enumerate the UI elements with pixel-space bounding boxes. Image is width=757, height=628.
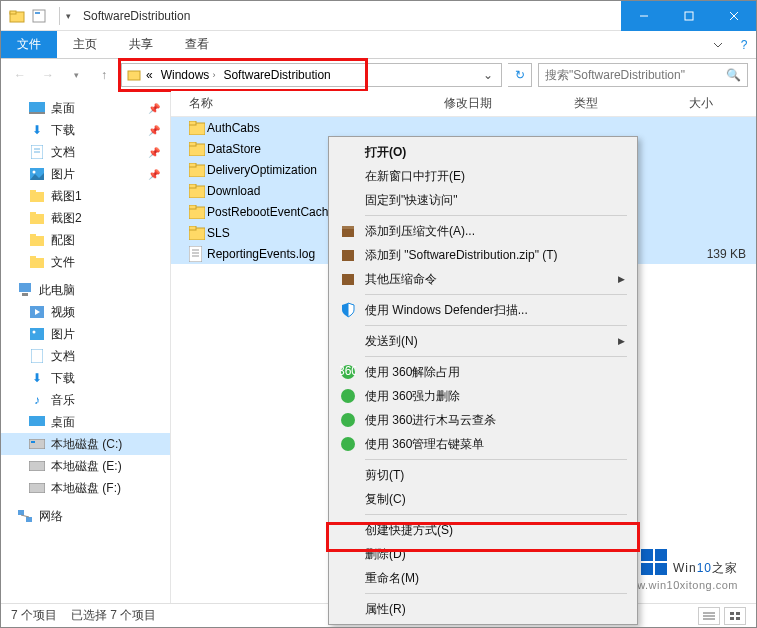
nav-quick-documents[interactable]: 文档📌: [1, 141, 170, 163]
ctx-defender-scan[interactable]: 使用 Windows Defender扫描...: [331, 298, 635, 322]
ctx-other-archive[interactable]: 其他压缩命令: [331, 267, 635, 291]
nav-quick-pictures[interactable]: 图片📌: [1, 163, 170, 185]
folder-icon: [189, 184, 207, 198]
ctx-add-archive[interactable]: 添加到压缩文件(A)...: [331, 219, 635, 243]
nav-pc-drive-e[interactable]: 本地磁盘 (E:): [1, 455, 170, 477]
svg-rect-71: [736, 612, 740, 615]
window-title: SoftwareDistribution: [83, 9, 190, 23]
ctx-open[interactable]: 打开(O): [331, 140, 635, 164]
nav-recent-button[interactable]: ▾: [65, 64, 87, 86]
desktop-icon: [29, 414, 45, 430]
360-icon: [339, 411, 357, 429]
ctx-add-archive-name[interactable]: 添加到 "SoftwareDistribution.zip" (T): [331, 243, 635, 267]
qat-props-icon[interactable]: [31, 8, 47, 24]
col-name[interactable]: 名称: [189, 95, 444, 112]
nav-quick-screenshot2[interactable]: 截图2: [1, 207, 170, 229]
nav-pc-music[interactable]: ♪音乐: [1, 389, 170, 411]
ctx-send-to[interactable]: 发送到(N): [331, 329, 635, 353]
svg-rect-17: [30, 190, 36, 193]
ribbon-expand-button[interactable]: [704, 31, 732, 58]
nav-pc-downloads[interactable]: ⬇下载: [1, 367, 170, 389]
svg-rect-16: [30, 192, 44, 202]
nav-pc-drive-c[interactable]: 本地磁盘 (C:): [1, 433, 170, 455]
svg-rect-39: [189, 121, 196, 125]
ctx-cut[interactable]: 剪切(T): [331, 463, 635, 487]
nav-pc-videos[interactable]: 视频: [1, 301, 170, 323]
tab-file[interactable]: 文件: [1, 31, 57, 58]
ctx-rename[interactable]: 重命名(M): [331, 566, 635, 590]
minimize-button[interactable]: [621, 1, 666, 31]
360-icon: [339, 387, 357, 405]
close-button[interactable]: [711, 1, 756, 31]
address-box[interactable]: « Windows› SoftwareDistribution ⌄: [121, 63, 502, 87]
folder-icon: [29, 188, 45, 204]
download-icon: ⬇: [29, 122, 45, 138]
svg-rect-21: [30, 234, 36, 237]
breadcrumb-swdist[interactable]: SoftwareDistribution: [219, 68, 334, 82]
file-name: AuthCabs: [207, 121, 444, 135]
view-thumbnails-button[interactable]: [724, 607, 746, 625]
svg-rect-5: [685, 12, 693, 20]
breadcrumb-windows[interactable]: Windows›: [157, 68, 220, 82]
nav-up-button[interactable]: ↑: [93, 64, 115, 86]
ctx-delete[interactable]: 删除(D): [331, 542, 635, 566]
svg-rect-72: [730, 617, 734, 620]
file-row[interactable]: AuthCabs: [171, 117, 756, 138]
refresh-button[interactable]: ↻: [508, 63, 532, 87]
tab-view[interactable]: 查看: [169, 31, 225, 58]
nav-back-button[interactable]: ←: [9, 64, 31, 86]
svg-rect-23: [30, 256, 36, 259]
tab-share[interactable]: 共享: [113, 31, 169, 58]
shield-icon: [339, 301, 357, 319]
nav-quick-peitu[interactable]: 配图: [1, 229, 170, 251]
nav-pc-pictures[interactable]: 图片: [1, 323, 170, 345]
folder-icon: [9, 8, 25, 24]
svg-rect-35: [18, 510, 24, 515]
nav-quick-desktop[interactable]: 桌面📌: [1, 97, 170, 119]
ctx-pin-quick[interactable]: 固定到"快速访问": [331, 188, 635, 212]
col-modified[interactable]: 修改日期: [444, 95, 574, 112]
col-size[interactable]: 大小: [689, 95, 756, 112]
nav-thispc[interactable]: 此电脑: [1, 279, 170, 301]
help-button[interactable]: ?: [732, 31, 756, 58]
ctx-360-scan[interactable]: 使用 360进行木马云查杀: [331, 408, 635, 432]
nav-quick-screenshot1[interactable]: 截图1: [1, 185, 170, 207]
ctx-open-new-window[interactable]: 在新窗口中打开(E): [331, 164, 635, 188]
svg-rect-32: [31, 441, 35, 443]
search-box[interactable]: 搜索"SoftwareDistribution" 🔍: [538, 63, 748, 87]
nav-quick-downloads[interactable]: ⬇下载📌: [1, 119, 170, 141]
ctx-properties[interactable]: 属性(R): [331, 597, 635, 621]
svg-rect-50: [189, 246, 202, 262]
breadcrumb-root[interactable]: «: [142, 68, 157, 82]
search-placeholder: 搜索"SoftwareDistribution": [545, 67, 726, 84]
search-icon[interactable]: 🔍: [726, 68, 741, 82]
address-bar-row: ← → ▾ ↑ « Windows› SoftwareDistribution …: [1, 59, 756, 91]
ctx-360-force-delete[interactable]: 使用 360强力删除: [331, 384, 635, 408]
status-item-count: 7 个项目: [11, 607, 57, 624]
folder-icon: [189, 163, 207, 177]
maximize-button[interactable]: [666, 1, 711, 31]
svg-rect-19: [30, 212, 36, 215]
col-type[interactable]: 类型: [574, 95, 689, 112]
360-icon: 360: [339, 363, 357, 381]
view-details-button[interactable]: [698, 607, 720, 625]
svg-rect-34: [29, 483, 45, 493]
svg-rect-63: [641, 549, 653, 561]
svg-rect-49: [189, 226, 196, 230]
svg-rect-10: [29, 112, 45, 114]
qat-dropdown-icon[interactable]: ▾: [66, 11, 71, 21]
tab-home[interactable]: 主页: [57, 31, 113, 58]
ctx-360-manage-menu[interactable]: 使用 360管理右键菜单: [331, 432, 635, 456]
folder-icon: [189, 121, 207, 135]
ctx-create-shortcut[interactable]: 创建快捷方式(S): [331, 518, 635, 542]
address-dropdown-icon[interactable]: ⌄: [479, 68, 497, 82]
nav-network[interactable]: 网络: [1, 505, 170, 527]
ctx-copy[interactable]: 复制(C): [331, 487, 635, 511]
nav-pc-documents[interactable]: 文档: [1, 345, 170, 367]
ctx-360-unlock[interactable]: 360使用 360解除占用: [331, 360, 635, 384]
nav-forward-button[interactable]: →: [37, 64, 59, 86]
svg-rect-70: [730, 612, 734, 615]
nav-quick-wenjian[interactable]: 文件: [1, 251, 170, 273]
nav-pc-desktop[interactable]: 桌面: [1, 411, 170, 433]
nav-pc-drive-f[interactable]: 本地磁盘 (F:): [1, 477, 170, 499]
